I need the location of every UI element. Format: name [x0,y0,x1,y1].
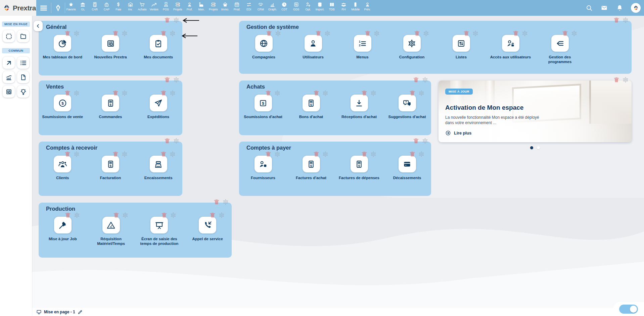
gear-icon[interactable] [173,138,180,144]
gear-icon[interactable] [324,30,331,37]
trash-icon[interactable] [315,30,322,37]
trash-icon[interactable] [364,30,371,37]
gear-icon[interactable] [275,30,281,37]
search-icon[interactable] [585,4,593,12]
carousel-dot-2[interactable] [537,146,540,149]
nav-item-paie-4[interactable]: Paie [112,0,124,16]
trash-icon[interactable] [64,151,71,157]
sidebar-button-list[interactable] [17,57,29,69]
gear-icon[interactable] [74,212,80,218]
tile-acces-aux-utilisateurs[interactable]: Accès aux utilisateurs [486,35,535,64]
gear-icon[interactable] [73,90,80,96]
nav-item-prev-25[interactable]: Prév. [361,0,373,16]
tile-mise-a-jour-job[interactable]: Mise à jour Job [39,217,87,246]
trash-icon[interactable] [409,151,416,157]
gear-icon[interactable] [169,90,176,96]
trash-icon[interactable] [213,199,220,205]
trash-icon[interactable] [164,138,171,144]
trash-icon[interactable] [265,90,272,96]
gear-icon[interactable] [370,90,377,96]
bell-icon[interactable] [616,4,623,12]
sidebar-button-analytics[interactable] [3,71,15,83]
nav-item-mobile-24[interactable]: Mobile [350,0,361,16]
nav-item-gds-19[interactable]: GDS [290,0,302,16]
tile-facturation[interactable]: $Facturation [87,156,135,180]
gear-icon[interactable] [418,151,425,157]
gear-icon[interactable] [170,212,177,218]
trash-icon[interactable] [64,212,71,218]
nav-item-crm-16[interactable]: CRM [255,0,267,16]
gear-icon[interactable] [521,30,528,37]
nav-item-opt-20[interactable]: Opt. [302,0,314,16]
tile-menus[interactable]: 12Menus [338,35,387,64]
collapse-panel-button[interactable] [34,21,43,31]
sidebar-button-file[interactable] [17,71,29,83]
gear-icon[interactable] [122,212,129,218]
nav-item-gl-1[interactable]: GL [77,0,89,16]
trash-icon[interactable] [209,212,216,218]
nav-item-cap-3[interactable]: CAP [101,0,112,16]
gear-icon[interactable] [173,17,180,23]
read-more-link[interactable]: Lire plus [445,130,471,136]
tile-expeditions[interactable]: Expéditions [134,95,182,119]
tile-bons-d-achat[interactable]: $Bons d'achat [287,95,335,119]
gear-icon[interactable] [322,151,329,157]
trash-icon[interactable] [361,151,368,157]
trash-icon[interactable] [361,90,368,96]
nav-item-immo-13[interactable]: Immo. [219,0,231,16]
trash-icon[interactable] [160,30,167,37]
sidebar-button-folder[interactable] [17,30,29,42]
gear-icon[interactable] [373,30,380,37]
trash-icon[interactable] [64,30,71,37]
tile-suggestions-d-achat[interactable]: ?Suggestions d'achat [383,95,431,119]
sidebar-button-lightbulb[interactable] [17,86,29,98]
trash-icon[interactable] [161,212,168,218]
trash-icon[interactable] [266,30,272,37]
trash-icon[interactable] [164,76,171,83]
gear-icon[interactable] [73,30,80,37]
tile-encaissements[interactable]: Encaissements [134,156,182,180]
tile-receptions-d-achat[interactable]: Réceptions d'achat [335,95,383,119]
trash-icon[interactable] [512,30,519,37]
trash-icon[interactable] [413,76,419,83]
tile-soumissions-d-achat[interactable]: $Soumissions d'achat [239,95,287,119]
tile-appel-de-service[interactable]: Appel de service [183,217,232,246]
trash-icon[interactable] [265,151,272,157]
tile-factures-de-depenses[interactable]: $Factures de dépenses [335,156,383,180]
tile-decaissements[interactable]: Décaissements [383,156,431,180]
gear-icon[interactable] [472,30,479,37]
gear-icon[interactable] [222,199,229,205]
nav-item-projets-12[interactable]: Projets [208,0,219,16]
nav-item-projets-9[interactable]: Projets [172,0,184,16]
home-diamond-button[interactable] [51,0,65,16]
gear-icon[interactable] [218,212,225,218]
gear-icon[interactable] [622,76,629,83]
tile-mes-tableaux-de-bord[interactable]: Mes tableaux de bord [39,35,87,59]
trash-icon[interactable] [414,30,420,37]
pencil-icon[interactable] [78,310,83,315]
user-avatar[interactable] [631,3,641,13]
gear-icon[interactable] [173,76,180,83]
nav-item-cdt-18[interactable]: CDT [278,0,290,16]
nav-item-achats-6[interactable]: Achats [136,0,148,16]
trash-icon[interactable] [112,151,119,157]
layout-tab[interactable]: Mise en page - 1 [32,309,83,315]
mail-icon[interactable] [600,4,608,12]
nav-item-inv-5[interactable]: Inv. [124,0,136,16]
news-card[interactable]: MISE À JOUR Activation de Mon espace La … [439,81,632,142]
trash-icon[interactable] [112,30,119,37]
gear-icon[interactable] [622,17,629,23]
tile-utilisateurs[interactable]: Utilisateurs [288,35,338,64]
trash-icon[interactable] [463,30,470,37]
tile-nouvelles-prextra[interactable]: Nouvelles Prextra [87,35,135,59]
trash-icon[interactable] [613,17,620,23]
tile-compagnies[interactable]: Compagnies [239,35,288,64]
trash-icon[interactable] [613,76,620,83]
gear-icon[interactable] [121,30,128,37]
gear-icon[interactable] [422,76,428,83]
nav-item-tdb-22[interactable]: TDB [326,0,338,16]
nav-item-rh-23[interactable]: RH [338,0,350,16]
nav-item-man-11[interactable]: Man. [195,0,207,16]
gear-icon[interactable] [121,90,128,96]
trash-icon[interactable] [160,90,167,96]
